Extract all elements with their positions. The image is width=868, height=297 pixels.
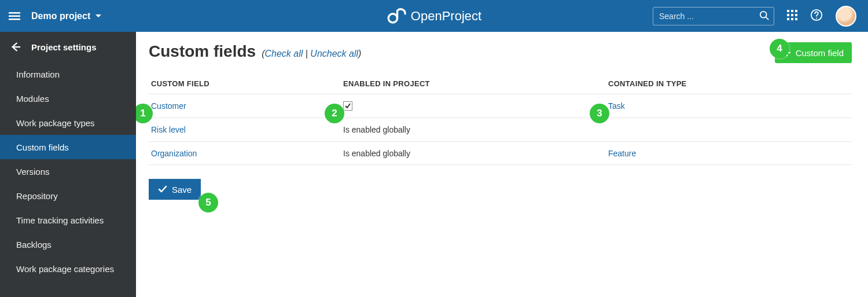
sidebar-heading[interactable]: Project settings (0, 32, 136, 62)
app-logo: OpenProject (387, 6, 481, 26)
svg-rect-6 (787, 10, 789, 12)
svg-rect-10 (791, 14, 793, 16)
check-icon (158, 185, 167, 194)
main-content: Custom fields (Check all | Uncheck all) … (136, 32, 868, 297)
table-header: CUSTOM FIELD ENABLED IN PROJECT CONTAINE… (149, 79, 852, 94)
enable-checkbox[interactable] (343, 101, 352, 111)
openproject-icon (387, 6, 406, 26)
svg-line-5 (766, 17, 769, 20)
sidebar-item-custom-fields[interactable]: Custom fields (0, 135, 136, 159)
svg-rect-9 (787, 14, 789, 16)
check-all-link[interactable]: Check all (264, 49, 303, 58)
svg-rect-12 (787, 18, 789, 20)
col-header-enabled: ENABLED IN PROJECT (343, 79, 608, 88)
svg-rect-11 (795, 14, 797, 16)
svg-rect-13 (791, 18, 793, 20)
topbar: Demo project OpenProject (0, 0, 868, 32)
svg-rect-2 (9, 19, 20, 20)
check-links: (Check all | Uncheck all) (262, 49, 361, 59)
new-cf-label: Custom field (796, 48, 844, 58)
sidebar-item-information[interactable]: Information (0, 62, 136, 86)
sidebar-item-work-package-types[interactable]: Work package types (0, 111, 136, 135)
topbar-right (653, 6, 868, 27)
custom-field-link[interactable]: Organization (151, 149, 197, 158)
svg-rect-8 (795, 10, 797, 12)
caret-down-icon (95, 13, 102, 20)
project-name: Demo project (31, 11, 90, 21)
table-row: CustomerTask (149, 94, 852, 118)
hamburger-menu[interactable] (0, 10, 29, 22)
custom-field-link[interactable]: Customer (151, 101, 186, 111)
save-button[interactable]: Save (149, 179, 201, 200)
col-header-name: CUSTOM FIELD (151, 79, 343, 88)
enabled-text: Is enabled globally (343, 125, 410, 134)
annotation-3: 3 (590, 104, 609, 123)
sidebar-item-time-tracking-activities[interactable]: Time tracking activities (0, 208, 136, 232)
logo-text: OpenProject (411, 9, 481, 24)
type-link[interactable]: Task (608, 101, 625, 111)
uncheck-all-link[interactable]: Uncheck all (310, 49, 358, 58)
apps-grid-icon[interactable] (787, 10, 797, 22)
sidebar-item-backlogs[interactable]: Backlogs (0, 232, 136, 256)
svg-rect-0 (9, 12, 20, 14)
help-icon[interactable] (810, 9, 823, 23)
search-icon[interactable] (759, 10, 770, 23)
svg-rect-1 (9, 15, 20, 17)
table-row: OrganizationIs enabled globallyFeature (149, 141, 852, 165)
sidebar-heading-label: Project settings (31, 42, 97, 52)
svg-rect-14 (795, 18, 797, 20)
type-link[interactable]: Feature (608, 149, 636, 158)
svg-point-16 (816, 18, 817, 19)
svg-point-4 (760, 11, 767, 17)
sidebar-item-modules[interactable]: Modules (0, 86, 136, 111)
annotation-5: 5 (198, 193, 218, 212)
user-avatar[interactable] (836, 6, 856, 27)
sidebar-item-work-package-categories[interactable]: Work package categories (0, 256, 136, 281)
col-header-type: CONTAINED IN TYPE (608, 79, 849, 88)
page-title: Custom fields (149, 42, 256, 61)
custom-field-link[interactable]: Risk level (151, 125, 186, 134)
project-selector[interactable]: Demo project (29, 11, 104, 21)
svg-point-3 (388, 13, 397, 22)
sidebar: Project settings InformationModulesWork … (0, 32, 136, 297)
table-row: Risk levelIs enabled globally (149, 118, 852, 141)
save-label: Save (172, 185, 192, 195)
sidebar-item-repository[interactable]: Repository (0, 184, 136, 208)
sidebar-item-versions[interactable]: Versions (0, 159, 136, 184)
svg-rect-7 (791, 10, 793, 12)
back-arrow-icon[interactable] (10, 42, 21, 52)
search-input[interactable] (653, 7, 774, 25)
annotation-2: 2 (325, 104, 344, 123)
enabled-text: Is enabled globally (343, 149, 410, 158)
search-box (653, 7, 774, 25)
custom-fields-table: CUSTOM FIELD ENABLED IN PROJECT CONTAINE… (149, 79, 852, 165)
annotation-4: 4 (770, 39, 789, 58)
